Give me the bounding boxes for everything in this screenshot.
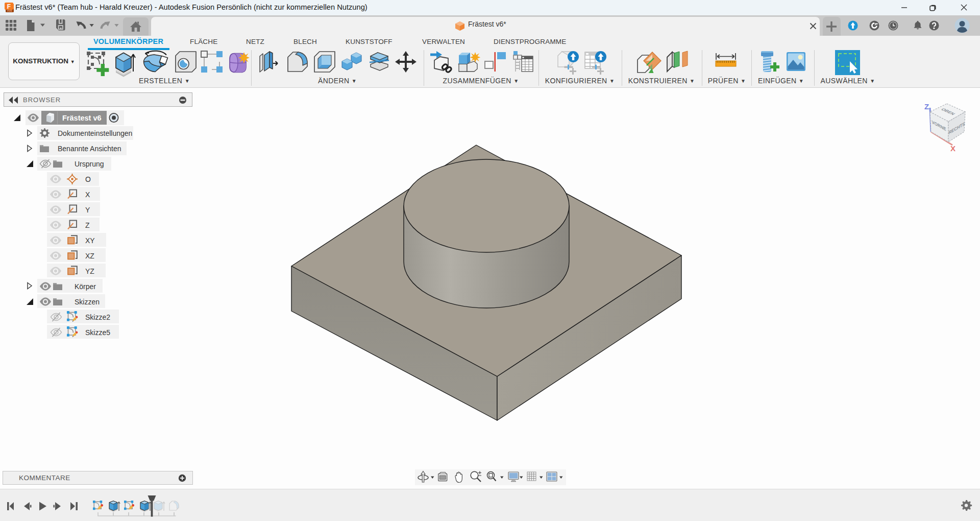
svg-text:Benannte Ansichten: Benannte Ansichten: [58, 145, 121, 153]
svg-text:O: O: [85, 175, 91, 183]
svg-text:XY: XY: [85, 236, 95, 245]
svg-text:Y: Y: [85, 206, 90, 214]
svg-text:Skizze5: Skizze5: [85, 328, 110, 337]
svg-text:X: X: [950, 144, 955, 153]
svg-text:Dokumenteinstellungen: Dokumenteinstellungen: [58, 129, 132, 137]
svg-text:XZ: XZ: [85, 252, 94, 260]
svg-text:FUS: FUS: [8, 10, 12, 12]
svg-text:Z: Z: [924, 102, 929, 111]
svg-text:YZ: YZ: [85, 267, 94, 275]
svg-text:Skizzen: Skizzen: [75, 298, 100, 306]
svg-text:F: F: [7, 3, 11, 10]
svg-text:Z: Z: [85, 221, 90, 229]
svg-text:Körper: Körper: [75, 282, 96, 291]
svg-text:X: X: [85, 191, 90, 199]
svg-text:Ursprung: Ursprung: [75, 160, 104, 168]
svg-text:Frästest v6: Frästest v6: [62, 114, 102, 122]
svg-text:Skizze2: Skizze2: [85, 313, 110, 321]
